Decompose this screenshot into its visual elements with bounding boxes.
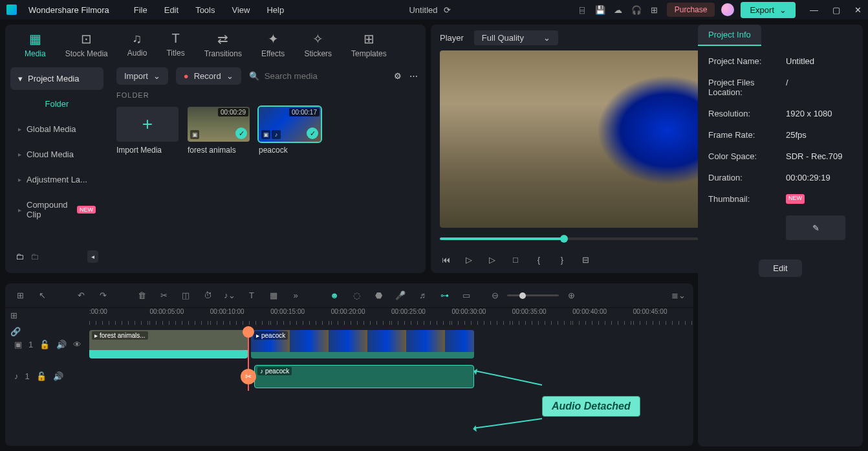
- menu-file[interactable]: File: [134, 5, 147, 15]
- mark-in-icon[interactable]: {: [533, 254, 545, 265]
- layout-icon[interactable]: ⊞: [14, 290, 26, 302]
- speed-icon[interactable]: ⏱: [202, 290, 213, 302]
- quality-dropdown[interactable]: Full Quality⌄: [474, 30, 558, 45]
- sidebar-item-adjustment[interactable]: ▸Adjustment La...: [10, 168, 103, 191]
- sidebar-item-cloud[interactable]: ▸Cloud Media: [10, 143, 103, 166]
- undo-icon[interactable]: ↶: [75, 290, 87, 302]
- tab-titles[interactable]: TTitles: [166, 31, 184, 58]
- apps-icon[interactable]: ⊞: [649, 4, 660, 16]
- collapse-sidebar-icon[interactable]: ◂: [87, 250, 98, 263]
- headphones-icon[interactable]: 🎧: [631, 4, 642, 16]
- mic-icon[interactable]: 🎤: [395, 290, 406, 302]
- purchase-button[interactable]: Purchase: [667, 3, 715, 17]
- playhead[interactable]: ✂: [248, 327, 249, 391]
- lock-icon[interactable]: 🔓: [36, 371, 47, 381]
- scrub-handle[interactable]: [560, 235, 568, 243]
- mute-icon[interactable]: 🔊: [53, 371, 63, 381]
- import-label: Import: [124, 71, 148, 81]
- redo-icon[interactable]: ↷: [97, 290, 109, 302]
- annotation-label: Audio Detached: [542, 396, 640, 417]
- menu-edit[interactable]: Edit: [164, 5, 179, 15]
- new-folder-icon[interactable]: 🗀: [16, 252, 24, 261]
- tab-transitions[interactable]: ⇄Transitions: [204, 31, 242, 58]
- menu-tools[interactable]: Tools: [195, 5, 215, 15]
- minimize-icon[interactable]: —: [810, 5, 818, 15]
- marker-icon[interactable]: ⬣: [373, 290, 384, 302]
- mask-icon[interactable]: ◌: [351, 290, 362, 302]
- record-dropdown[interactable]: ●Record⌄: [176, 67, 241, 85]
- search-field[interactable]: [265, 71, 342, 81]
- media-clip-forest[interactable]: 00:00:29 ▣ ✓ forest animals: [188, 107, 250, 155]
- timeline-audio-clip[interactable]: ♪peacock: [254, 365, 474, 388]
- ruler-tick: 00:00:25:00: [391, 308, 451, 327]
- visible-icon[interactable]: 👁: [73, 340, 81, 349]
- scissors-icon[interactable]: ✂: [241, 369, 256, 384]
- timeline-clip-peacock[interactable]: ▸peacock: [251, 330, 474, 358]
- mute-icon[interactable]: 🔊: [56, 340, 67, 349]
- thumbnail-picker[interactable]: ✎: [786, 215, 845, 240]
- text-tool-icon[interactable]: T: [246, 290, 257, 302]
- cut-icon[interactable]: ✂: [158, 290, 169, 302]
- timeline-panel: ⊞ ↖ ↶ ↷ 🗑 ✂ ◫ ⏱ ♪⌄ T ▦ » ☻ ◌ ⬣ 🎤 ♬ ⊶ ▭ ⊖…: [5, 283, 693, 446]
- zoom-handle[interactable]: [519, 292, 526, 299]
- crop-icon[interactable]: ◫: [180, 290, 191, 302]
- lock-icon[interactable]: 🔓: [39, 340, 50, 349]
- timeline-clip-forest[interactable]: ▸forest animals...: [89, 330, 248, 358]
- tab-stock[interactable]: ⊡Stock Media: [65, 31, 108, 58]
- mark-out-icon[interactable]: }: [556, 254, 568, 265]
- compare-icon[interactable]: ⊟: [580, 254, 591, 265]
- prev-frame-icon[interactable]: ⏮: [440, 254, 451, 265]
- sync-icon[interactable]: ⟳: [444, 5, 451, 15]
- clip-type-icon: ▸: [94, 332, 98, 339]
- audio-tool-icon[interactable]: ♪⌄: [224, 290, 235, 302]
- cursor-icon[interactable]: ↖: [36, 290, 48, 302]
- tab-media[interactable]: ▦Media: [25, 31, 46, 58]
- chevron-down-icon: ⌄: [226, 71, 233, 81]
- delete-icon[interactable]: 🗑: [136, 290, 147, 302]
- track-options-icon[interactable]: ≣⌄: [673, 290, 684, 302]
- next-frame-icon[interactable]: ▷: [486, 254, 498, 265]
- ai-icon[interactable]: ☻: [329, 290, 340, 302]
- import-dropdown[interactable]: Import⌄: [116, 67, 168, 85]
- timeline-ruler[interactable]: :00:00 00:00:05:00 00:00:10:00 00:00:15:…: [5, 308, 693, 327]
- sidebar-project-media[interactable]: ▾Project Media: [10, 67, 103, 90]
- tab-effects[interactable]: ✦Effects: [261, 31, 285, 58]
- media-clip-peacock[interactable]: 00:00:17 ▣♪ ✓ peacock: [259, 107, 321, 155]
- ratio-icon[interactable]: ▭: [461, 290, 472, 302]
- avatar[interactable]: [721, 3, 734, 16]
- more-tools-icon[interactable]: »: [290, 290, 301, 302]
- edit-button[interactable]: Edit: [759, 259, 801, 277]
- stop-icon[interactable]: □: [510, 254, 521, 265]
- search-input[interactable]: 🔍: [249, 71, 386, 81]
- zoom-slider[interactable]: [507, 294, 559, 296]
- video-track-row: ▣ 1 🔓 🔊 👁 ▸forest animals... ▸peacock: [5, 327, 693, 361]
- more-icon[interactable]: ⋯: [409, 71, 418, 81]
- import-media-card[interactable]: + Import Media: [116, 107, 179, 155]
- cloud-icon[interactable]: ☁: [613, 4, 624, 16]
- zoom-out-icon[interactable]: ⊖: [489, 290, 501, 302]
- menu-help[interactable]: Help: [266, 5, 284, 15]
- timeline-toolbar: ⊞ ↖ ↶ ↷ 🗑 ✂ ◫ ⏱ ♪⌄ T ▦ » ☻ ◌ ⬣ 🎤 ♬ ⊶ ▭ ⊖…: [5, 283, 693, 308]
- filter-icon[interactable]: ⚙: [394, 71, 402, 81]
- export-button[interactable]: Export⌄: [741, 2, 796, 18]
- play-icon[interactable]: ▷: [463, 254, 475, 265]
- magnet-icon[interactable]: ⊶: [439, 290, 450, 302]
- scrub-bar[interactable]: [440, 237, 743, 240]
- tab-templates[interactable]: ⊞Templates: [351, 31, 387, 58]
- color-tool-icon[interactable]: ▦: [268, 290, 279, 302]
- close-icon[interactable]: ✕: [854, 5, 862, 15]
- save-icon[interactable]: 💾: [594, 4, 606, 16]
- sidebar-item-global[interactable]: ▸Global Media: [10, 118, 103, 140]
- maximize-icon[interactable]: ▢: [832, 5, 840, 15]
- zoom-in-icon[interactable]: ⊕: [565, 290, 577, 302]
- menu-view[interactable]: View: [232, 5, 250, 15]
- folder-tab[interactable]: Folder: [10, 93, 103, 115]
- sidebar-item-compound[interactable]: ▸Compound ClipNEW: [10, 193, 103, 226]
- new-bin-icon[interactable]: 🗀: [30, 252, 39, 261]
- tab-stickers[interactable]: ✧Stickers: [304, 31, 332, 58]
- tab-audio[interactable]: ♫Audio: [127, 31, 147, 58]
- project-info-tab[interactable]: Project Info: [698, 25, 761, 46]
- pencil-icon: ✎: [812, 223, 819, 233]
- mixer-icon[interactable]: ♬: [417, 290, 428, 302]
- device-icon[interactable]: ⌸: [576, 4, 588, 16]
